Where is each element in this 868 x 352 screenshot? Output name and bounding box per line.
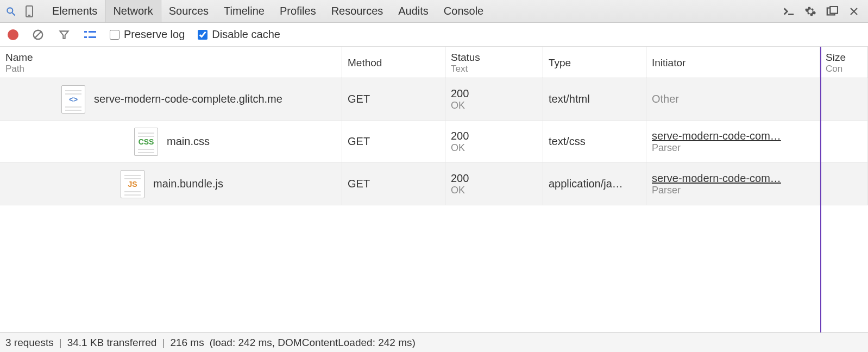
file-css-icon: CSS (134, 128, 158, 156)
svg-point-0 (7, 8, 12, 13)
cell-method: GET (342, 121, 445, 162)
disable-cache-label: Disable cache (212, 28, 280, 41)
cell-size (820, 78, 868, 120)
cell-status: 200 OK (445, 163, 543, 205)
cell-type: text/css (543, 121, 646, 162)
svg-rect-15 (89, 36, 96, 38)
svg-rect-6 (830, 6, 838, 13)
disable-cache-checkbox[interactable]: Disable cache (198, 28, 280, 41)
table-row[interactable]: JS main.bundle.js GET 200 OK application… (0, 163, 868, 205)
file-html-icon: <> (61, 85, 85, 114)
preserve-log-checkbox[interactable]: Preserve log (110, 28, 185, 41)
tab-sources[interactable]: Sources (161, 0, 216, 22)
cell-status: 200 OK (445, 121, 543, 162)
drawer-toggle-icon[interactable] (781, 4, 796, 19)
cell-method: GET (342, 78, 445, 120)
tab-elements[interactable]: Elements (45, 0, 105, 22)
close-icon[interactable] (846, 4, 861, 19)
record-button[interactable] (8, 29, 18, 40)
tab-profiles[interactable]: Profiles (272, 0, 324, 22)
status-transferred: 34.1 KB transferred (67, 337, 157, 349)
status-time: 216 ms (170, 337, 204, 349)
cell-status: 200 OK (445, 78, 543, 120)
col-method[interactable]: Method (342, 47, 445, 78)
svg-line-1 (12, 12, 15, 15)
cell-initiator: serve-modern-code-com… Parser (646, 163, 820, 205)
status-detail: (load: 242 ms, DOMContentLoaded: 242 ms) (210, 337, 416, 349)
col-size[interactable]: Size Con (820, 47, 868, 78)
devtools-tabstrip: Elements Network Sources Timeline Profil… (0, 0, 868, 23)
table-row[interactable]: <> serve-modern-code-complete.glitch.me … (0, 78, 868, 121)
settings-gear-icon[interactable] (803, 4, 818, 19)
svg-rect-12 (84, 31, 87, 33)
tab-console[interactable]: Console (436, 0, 491, 22)
cell-size (820, 121, 868, 162)
status-requests: 3 requests (5, 337, 54, 349)
tab-audits[interactable]: Audits (391, 0, 436, 22)
cell-method: GET (342, 163, 445, 205)
clear-icon[interactable] (32, 28, 45, 41)
disable-cache-input[interactable] (198, 30, 207, 40)
cell-name: <> serve-modern-code-complete.glitch.me (0, 78, 342, 120)
timeline-divider[interactable] (820, 47, 821, 332)
status-bar: 3 requests | 34.1 KB transferred | 216 m… (0, 332, 868, 352)
filter-icon[interactable] (58, 28, 71, 41)
search-icon[interactable] (3, 4, 18, 19)
tab-network[interactable]: Network (105, 0, 161, 22)
view-options-icon[interactable] (84, 28, 97, 41)
cell-initiator: serve-modern-code-com… Parser (646, 121, 820, 162)
tab-resources[interactable]: Resources (324, 0, 391, 22)
cell-name: CSS main.css (0, 121, 342, 162)
initiator-link[interactable]: serve-modern-code-com… (652, 172, 814, 185)
cell-size (820, 163, 868, 205)
col-type[interactable]: Type (543, 47, 646, 78)
cell-type: application/ja… (543, 163, 646, 205)
cell-type: text/html (543, 78, 646, 120)
initiator-link[interactable]: serve-modern-code-com… (652, 130, 814, 142)
preserve-log-input[interactable] (110, 30, 119, 40)
svg-marker-11 (60, 31, 68, 38)
col-status[interactable]: Status Text (445, 47, 543, 78)
cell-initiator: Other (646, 78, 820, 120)
panel-tabs: Elements Network Sources Timeline Profil… (45, 0, 491, 22)
dock-side-icon[interactable] (825, 4, 840, 19)
network-grid: Name Path Method Status Text Type Initia… (0, 47, 868, 332)
preserve-log-label: Preserve log (124, 28, 185, 41)
cell-name: JS main.bundle.js (0, 163, 342, 205)
col-initiator[interactable]: Initiator (646, 47, 820, 78)
device-mode-icon[interactable] (22, 4, 37, 19)
svg-line-10 (35, 32, 41, 37)
network-toolbar: Preserve log Disable cache (0, 23, 868, 47)
tab-timeline[interactable]: Timeline (216, 0, 272, 22)
col-name[interactable]: Name Path (0, 47, 342, 78)
file-js-icon: JS (121, 170, 144, 198)
grid-header: Name Path Method Status Text Type Initia… (0, 47, 868, 78)
svg-rect-14 (84, 36, 87, 38)
svg-rect-13 (89, 31, 96, 33)
tabstrip-right-icons (781, 4, 865, 19)
table-row[interactable]: CSS main.css GET 200 OK text/css serve-m… (0, 121, 868, 163)
